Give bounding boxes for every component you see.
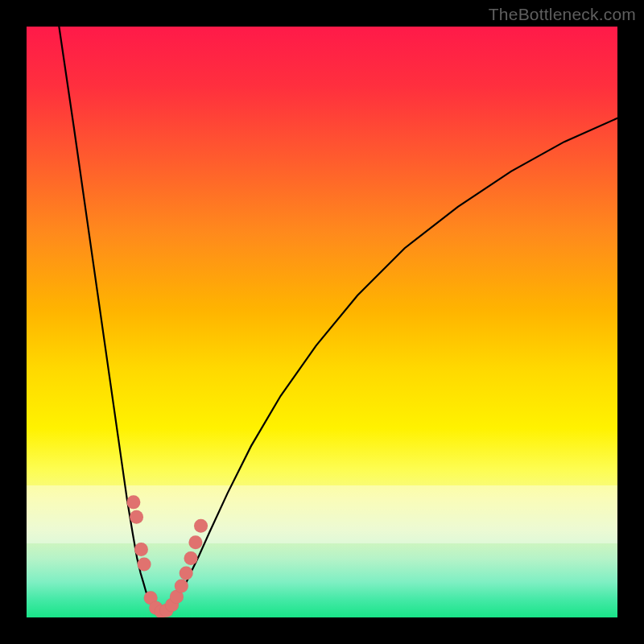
- chart-frame: TheBottleneck.com: [0, 0, 644, 644]
- background-gradient: [27, 27, 617, 617]
- plot-area: [27, 27, 617, 617]
- watermark-text: TheBottleneck.com: [489, 5, 636, 24]
